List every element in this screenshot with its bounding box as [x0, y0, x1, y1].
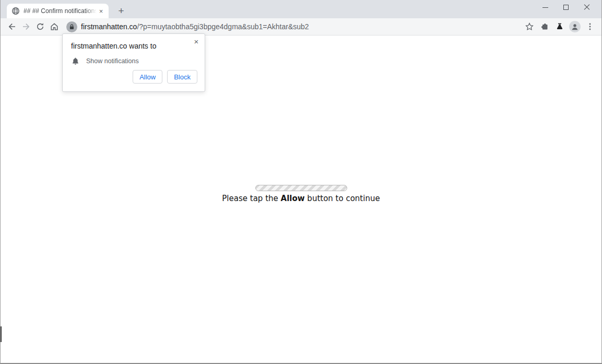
- forward-arrow-icon[interactable]: [19, 20, 33, 34]
- flask-icon[interactable]: [552, 20, 567, 34]
- message-suffix: button to continue: [305, 194, 380, 203]
- permission-request-row: Show notifications: [72, 57, 205, 65]
- lock-icon[interactable]: [66, 21, 77, 32]
- tab-title: ## ## Confirm notifications ## #: [23, 7, 97, 15]
- dialog-actions: Allow Block: [133, 70, 197, 84]
- star-icon[interactable]: [522, 20, 537, 34]
- left-edge-artifact: [1, 326, 2, 342]
- url-path: /?p=muytaobtha5gi3bpge4dgma&sub1=Akhtar&…: [137, 22, 309, 31]
- dialog-title: firstmanhatten.co wants to: [71, 42, 187, 50]
- instruction-message: Please tap the Allow button to continue: [222, 194, 380, 203]
- minimize-icon[interactable]: [535, 0, 556, 15]
- toolbar-right-icons: [522, 20, 597, 34]
- tab-strip: ## ## Confirm notifications ## # × +: [1, 0, 601, 18]
- maximize-icon[interactable]: [556, 0, 576, 15]
- kebab-menu-icon[interactable]: [582, 20, 597, 34]
- address-bar[interactable]: firstmanhatten.co/?p=muytaobtha5gi3bpge4…: [64, 19, 516, 34]
- browser-window: ## ## Confirm notifications ## # × +: [0, 0, 602, 364]
- block-button[interactable]: Block: [167, 70, 197, 84]
- notification-permission-dialog: × firstmanhatten.co wants to Show notifi…: [62, 33, 205, 92]
- window-controls: [535, 0, 597, 15]
- puzzle-icon[interactable]: [537, 20, 552, 34]
- bell-icon: [72, 57, 79, 65]
- permission-request-label: Show notifications: [86, 57, 139, 65]
- allow-button[interactable]: Allow: [133, 70, 162, 84]
- message-prefix: Please tap the: [222, 194, 280, 203]
- page-content: × firstmanhatten.co wants to Show notifi…: [1, 36, 601, 362]
- loader-section: Please tap the Allow button to continue: [1, 185, 601, 203]
- message-allow-word: Allow: [281, 194, 305, 203]
- tab-close-icon[interactable]: ×: [97, 7, 105, 16]
- new-tab-button[interactable]: +: [114, 5, 128, 17]
- avatar-icon[interactable]: [567, 20, 582, 34]
- home-icon[interactable]: [47, 20, 61, 34]
- reload-icon[interactable]: [33, 20, 47, 34]
- back-arrow-icon[interactable]: [5, 20, 19, 34]
- browser-tab[interactable]: ## ## Confirm notifications ## # ×: [7, 4, 109, 18]
- dialog-close-icon[interactable]: ×: [192, 37, 201, 46]
- url-domain: firstmanhatten.co: [81, 22, 137, 31]
- close-icon[interactable]: [576, 0, 597, 15]
- globe-icon: [11, 7, 20, 15]
- url-text[interactable]: firstmanhatten.co/?p=muytaobtha5gi3bpge4…: [81, 22, 309, 31]
- striped-progress-bar: [255, 185, 347, 191]
